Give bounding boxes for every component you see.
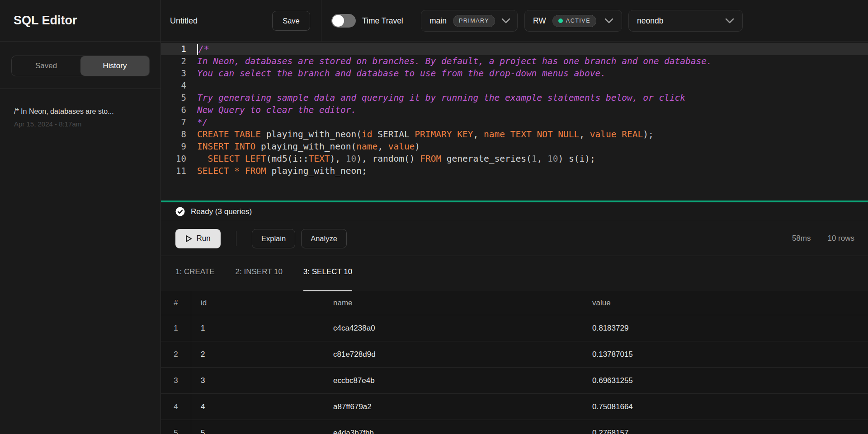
run-button[interactable]: Run (175, 229, 221, 248)
compute-select[interactable]: RW ACTIVE (524, 10, 622, 32)
database-name: neondb (637, 16, 719, 26)
status-text: Ready (3 queries) (191, 207, 252, 216)
saved-history-switch: Saved History (11, 56, 150, 76)
line-number: 11 (161, 165, 186, 177)
query-title[interactable]: Untitled (170, 0, 198, 42)
chevron-down-icon (501, 18, 510, 23)
column-header: # (161, 291, 191, 315)
line-number: 10 (161, 153, 186, 165)
sidebar: SQL Editor Saved History /* In Neon, dat… (0, 0, 161, 434)
line-code: INSERT INTO playing_with_neon(name, valu… (186, 140, 420, 153)
line-number: 4 (161, 79, 186, 92)
line-code: /* (186, 43, 209, 55)
history-list-item[interactable]: /* In Neon, databases are sto... Apr 15,… (0, 105, 160, 131)
table-row: 22c81e728d9d0.13787015 (161, 341, 868, 368)
table-cell: 0.13787015 (592, 350, 868, 359)
analyze-button[interactable]: Analyze (301, 229, 347, 248)
table-cell: eccbc87e4b (332, 376, 592, 385)
line-code (186, 79, 197, 92)
query-status-bar: Ready (3 queries) (161, 202, 868, 221)
page-title: SQL Editor (14, 14, 77, 28)
branch-primary-badge: PRIMARY (453, 15, 495, 27)
table-cell: 5 (191, 429, 332, 434)
line-code: SELECT * FROM playing_with_neon; (186, 165, 367, 177)
editor-line[interactable]: 7*/ (161, 116, 868, 128)
query-metrics: 58ms 10 rows (792, 234, 854, 243)
table-cell: 1 (161, 315, 191, 341)
table-row: 55e4da3b7fbb0.2768157 (161, 420, 868, 434)
explain-button[interactable]: Explain (252, 229, 295, 248)
table-cell: 3 (191, 376, 332, 385)
line-code: You can select the branch and database t… (186, 67, 606, 79)
editor-line[interactable]: 2In Neon, databases are stored on branch… (161, 55, 868, 67)
column-header: id (191, 299, 332, 308)
editor-line[interactable]: 1/* (161, 43, 868, 55)
database-select[interactable]: neondb (628, 10, 743, 32)
line-number: 7 (161, 116, 186, 128)
column-header: value (592, 299, 868, 308)
sidebar-header: SQL Editor (0, 0, 160, 42)
editor-line[interactable]: 5Try generating sample data and querying… (161, 92, 868, 104)
result-tab-2[interactable]: 2: INSERT 10 (236, 267, 283, 291)
column-header: name (332, 299, 592, 308)
editor-line[interactable]: 3You can select the branch and database … (161, 67, 868, 79)
line-number: 9 (161, 140, 186, 153)
compute-name: RW (533, 16, 546, 26)
sql-code-editor[interactable]: 1/*2In Neon, databases are stored on bra… (161, 42, 868, 201)
save-button[interactable]: Save (272, 11, 310, 31)
table-cell: 1 (191, 324, 332, 333)
main-panel: Untitled Save Time Travel main PRIMARY R… (161, 0, 868, 434)
editor-line[interactable]: 6New Query to clear the editor. (161, 104, 868, 116)
line-code: */ (186, 116, 208, 128)
table-row: 33eccbc87e4b0.69631255 (161, 368, 868, 394)
time-travel-toggle[interactable] (331, 14, 356, 28)
branch-name: main (429, 16, 447, 26)
table-cell: c81e728d9d (332, 350, 592, 359)
history-item-title: /* In Neon, databases are sto... (14, 107, 146, 116)
line-code: SELECT LEFT(md5(i::TEXT), 10), random() … (186, 153, 595, 165)
table-cell: 0.69631255 (592, 376, 868, 385)
editor-line[interactable]: 4 (161, 79, 868, 92)
table-cell: e4da3b7fbb (332, 429, 592, 434)
check-circle-icon (175, 207, 185, 216)
line-number: 3 (161, 67, 186, 79)
editor-line[interactable]: 10 SELECT LEFT(md5(i::TEXT), 10), random… (161, 153, 868, 165)
play-icon (185, 235, 192, 243)
table-cell: 0.2768157 (592, 429, 868, 434)
active-status-dot-icon (558, 19, 563, 23)
result-tabs: 1: CREATE2: INSERT 103: SELECT 10 (161, 257, 868, 291)
line-number: 1 (161, 43, 186, 55)
tab-history[interactable]: History (80, 56, 149, 76)
line-code: Try generating sample data and querying … (186, 92, 685, 104)
action-divider (236, 231, 236, 246)
table-cell: 5 (161, 420, 191, 434)
query-duration: 58ms (792, 234, 811, 243)
table-cell: c4ca4238a0 (332, 324, 592, 333)
line-code: In Neon, databases are stored on branche… (186, 55, 712, 67)
line-number: 2 (161, 55, 186, 67)
table-cell: 2 (161, 341, 191, 367)
table-cell: 3 (161, 368, 191, 393)
editor-line[interactable]: 9INSERT INTO playing_with_neon(name, val… (161, 140, 868, 153)
tab-saved[interactable]: Saved (12, 56, 80, 76)
editor-topbar: Untitled Save Time Travel main PRIMARY R… (161, 0, 868, 42)
editor-line[interactable]: 8CREATE TABLE playing_with_neon(id SERIA… (161, 128, 868, 140)
table-cell: 2 (191, 350, 332, 359)
compute-active-badge: ACTIVE (552, 15, 596, 27)
result-tab-1[interactable]: 1: CREATE (175, 267, 215, 291)
line-code: CREATE TABLE playing_with_neon(id SERIAL… (186, 128, 654, 140)
sidebar-divider (0, 89, 160, 89)
topbar-divider (321, 0, 321, 42)
table-cell: a87ff679a2 (332, 402, 592, 411)
result-tab-3[interactable]: 3: SELECT 10 (303, 267, 352, 291)
row-count: 10 rows (827, 234, 854, 243)
editor-line[interactable]: 11SELECT * FROM playing_with_neon; (161, 165, 868, 177)
branch-select[interactable]: main PRIMARY (421, 10, 518, 32)
results-table: #idnamevalue11c4ca4238a00.818372922c81e7… (161, 291, 868, 434)
line-number: 5 (161, 92, 186, 104)
time-travel-label: Time Travel (362, 0, 403, 42)
table-cell: 4 (191, 402, 332, 411)
line-number: 8 (161, 128, 186, 140)
action-bar: Run Explain Analyze 58ms 10 rows (161, 221, 868, 256)
table-header-row: #idnamevalue (161, 291, 868, 315)
